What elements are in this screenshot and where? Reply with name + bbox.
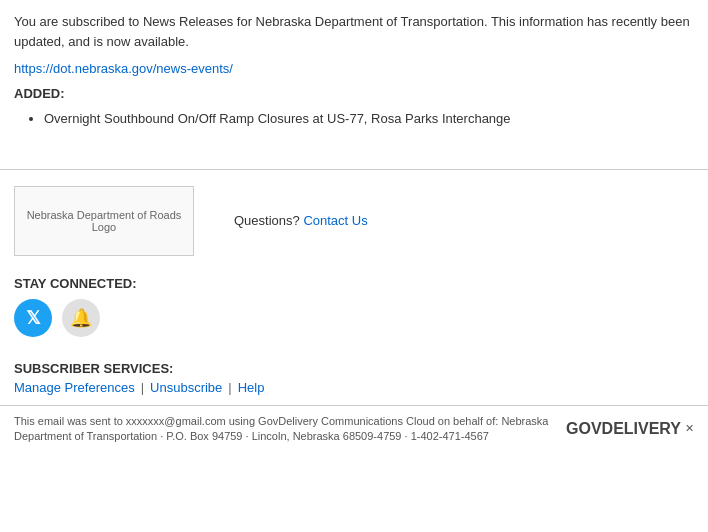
stay-connected-label: STAY CONNECTED: [14, 276, 694, 291]
bell-icon: 🔔 [70, 307, 92, 329]
main-content: You are subscribed to News Releases for … [0, 0, 708, 149]
close-icon[interactable]: ✕ [685, 422, 694, 435]
separator-1: | [141, 380, 144, 395]
added-label: ADDED: [14, 86, 694, 101]
separator-2: | [228, 380, 231, 395]
logo-box: Nebraska Department of Roads Logo [14, 186, 194, 256]
added-list: Overnight Southbound On/Off Ramp Closure… [44, 109, 694, 129]
intro-text: You are subscribed to News Releases for … [14, 12, 694, 51]
contact-us-link[interactable]: Contact Us [303, 213, 367, 228]
questions-section: Questions? Contact Us [234, 213, 368, 228]
footer-top: Nebraska Department of Roads Logo Questi… [0, 170, 708, 268]
notification-button[interactable]: 🔔 [62, 299, 100, 337]
subscriber-services: SUBSCRIBER SERVICES: Manage Preferences … [0, 361, 708, 405]
manage-preferences-link[interactable]: Manage Preferences [14, 380, 135, 395]
social-icons: 𝕏 🔔 [14, 299, 694, 337]
list-item: Overnight Southbound On/Off Ramp Closure… [44, 109, 694, 129]
footer-bottom-text: This email was sent to xxxxxxx@gmail.com… [14, 414, 554, 445]
footer-bottom: This email was sent to xxxxxxx@gmail.com… [0, 405, 708, 453]
stay-connected-section: STAY CONNECTED: 𝕏 🔔 [0, 268, 708, 361]
govdelivery-logo: GOVDELIVERY ✕ [566, 420, 694, 438]
govdelivery-text: GOVDELIVERY [566, 420, 681, 438]
help-link[interactable]: Help [238, 380, 265, 395]
twitter-icon: 𝕏 [26, 307, 41, 329]
twitter-button[interactable]: 𝕏 [14, 299, 52, 337]
subscriber-links: Manage Preferences | Unsubscribe | Help [14, 380, 694, 395]
subscriber-label: SUBSCRIBER SERVICES: [14, 361, 694, 376]
unsubscribe-link[interactable]: Unsubscribe [150, 380, 222, 395]
logo-text: Nebraska Department of Roads Logo [21, 209, 187, 233]
questions-text: Questions? [234, 213, 300, 228]
news-link[interactable]: https://dot.nebraska.gov/news-events/ [14, 61, 233, 76]
